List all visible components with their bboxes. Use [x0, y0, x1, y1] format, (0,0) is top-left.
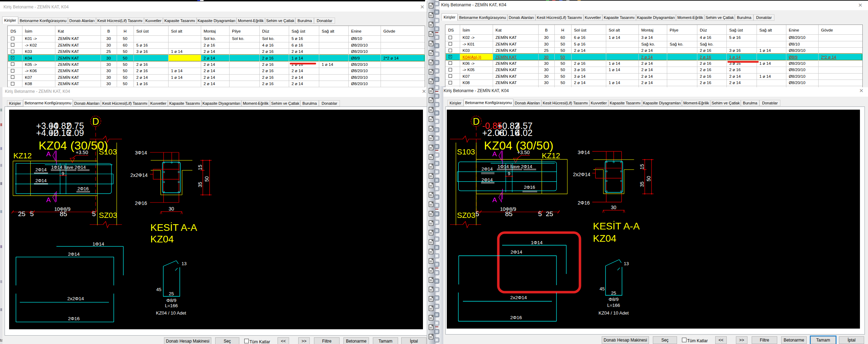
svg-text:L=166: L=166: [607, 303, 620, 308]
svg-text:2Φ16: 2Φ16: [578, 200, 590, 206]
svg-text:35: 35: [197, 182, 203, 187]
svg-text:A: A: [492, 150, 497, 158]
svg-text:9: 9: [508, 171, 510, 176]
svg-text:15: 15: [197, 165, 203, 170]
svg-text:5: 5: [476, 210, 479, 218]
svg-text:2Φ14: 2Φ14: [35, 167, 47, 172]
svg-text:D: D: [473, 116, 480, 127]
svg-text:3Φ14: 3Φ14: [578, 150, 590, 155]
svg-text:3Φ14: 3Φ14: [135, 150, 147, 156]
svg-text:L=166: L=166: [165, 303, 178, 308]
svg-text:15: 15: [639, 164, 645, 170]
svg-text:KZ12: KZ12: [13, 151, 32, 160]
svg-text:5: 5: [92, 210, 96, 218]
svg-text:2Φ16: 2Φ16: [135, 200, 147, 206]
svg-text:2x2Φ14: 2x2Φ14: [67, 296, 84, 301]
svg-text:1Φ14 İlave 2Φ14: 1Φ14 İlave 2Φ14: [51, 165, 86, 170]
svg-text:2x2Φ14: 2x2Φ14: [510, 295, 527, 300]
svg-text:5: 5: [30, 210, 34, 218]
svg-text:2Φ16: 2Φ16: [68, 316, 80, 321]
svg-text:35: 35: [639, 181, 645, 187]
svg-text:13: 13: [624, 261, 629, 266]
svg-text:A: A: [46, 150, 51, 158]
svg-text:KZ04: KZ04: [150, 234, 174, 245]
svg-text:2Φ16: 2Φ16: [524, 185, 535, 190]
svg-text:2x2Φ14: 2x2Φ14: [130, 172, 148, 178]
svg-text:45: 45: [600, 286, 604, 291]
svg-text:+3.50: +3.50: [517, 150, 530, 155]
svg-text:A: A: [492, 196, 497, 204]
svg-text:D: D: [92, 116, 99, 127]
svg-text:2Φ14: 2Φ14: [68, 252, 80, 257]
svg-text:SZ03: SZ03: [99, 211, 117, 220]
svg-text:25: 25: [18, 210, 25, 218]
svg-text:1Φ14: 1Φ14: [93, 241, 104, 247]
svg-text:2Φ14: 2Φ14: [35, 178, 47, 183]
svg-text:KZ04 / 10 Adet: KZ04 / 10 Adet: [156, 310, 186, 316]
svg-text:50: 50: [646, 176, 651, 181]
svg-text:SZ03: SZ03: [457, 211, 476, 220]
svg-text:10Φ8/9: 10Φ8/9: [500, 206, 516, 212]
svg-text:50: 50: [204, 176, 210, 182]
svg-text:2.09: 2.09: [67, 128, 84, 138]
svg-text:13: 13: [182, 261, 186, 266]
svg-text:S103: S103: [457, 147, 475, 156]
svg-text:5: 5: [538, 210, 542, 218]
svg-text:1Φ14 İlave 2Φ14: 1Φ14 İlave 2Φ14: [498, 164, 532, 169]
svg-text:KZ04 / 10 Adet: KZ04 / 10 Adet: [599, 310, 629, 316]
svg-text:A: A: [46, 196, 51, 204]
svg-text:10Φ8/9: 10Φ8/9: [54, 206, 70, 212]
svg-text:+3.50: +3.50: [76, 150, 88, 155]
svg-text:KESİT A-A: KESİT A-A: [593, 221, 640, 232]
svg-text:45: 45: [156, 287, 161, 292]
svg-text:2Φ14: 2Φ14: [511, 249, 522, 255]
svg-text:30: 30: [169, 206, 174, 212]
svg-text:2x2Φ14: 2x2Φ14: [573, 172, 590, 177]
svg-text:Φ8/9: Φ8/9: [609, 297, 618, 302]
svg-text:Φ8/9: Φ8/9: [166, 298, 176, 303]
svg-text:2Φ16: 2Φ16: [510, 315, 522, 320]
svg-text:1Φ14: 1Φ14: [531, 240, 543, 245]
svg-text:4.02: 4.02: [515, 128, 533, 138]
svg-text:KZ04: KZ04: [593, 233, 616, 244]
svg-text:25: 25: [169, 291, 174, 296]
svg-text:KZ12: KZ12: [542, 151, 560, 160]
svg-text:30: 30: [611, 205, 616, 210]
svg-text:2Φ14: 2Φ14: [481, 177, 493, 183]
svg-text:25: 25: [546, 210, 553, 218]
svg-text:25: 25: [611, 290, 616, 296]
svg-text:KESİT A-A: KESİT A-A: [150, 222, 197, 233]
svg-text:2Φ16: 2Φ16: [77, 186, 89, 191]
svg-text:2Φ14: 2Φ14: [481, 166, 493, 172]
svg-text:S103: S103: [99, 147, 117, 156]
